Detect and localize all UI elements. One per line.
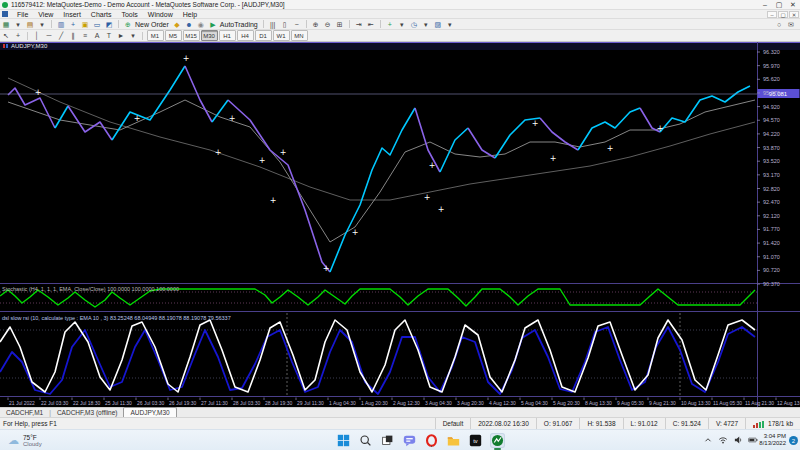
periods-icon-dropdown[interactable]: ▾ bbox=[421, 20, 431, 29]
horizontal-line-icon[interactable]: ─ bbox=[43, 31, 55, 40]
menu-charts[interactable]: Charts bbox=[86, 11, 117, 18]
timeframe-m15[interactable]: M15 bbox=[183, 30, 200, 41]
child-restore-button[interactable]: ▢ bbox=[778, 11, 788, 18]
trendline-icon[interactable]: ╱ bbox=[55, 31, 67, 40]
timeframe-h1[interactable]: H1 bbox=[219, 30, 236, 41]
wifi-icon[interactable] bbox=[718, 435, 728, 445]
text-icon: A bbox=[92, 31, 102, 40]
time-axis-label: 26 Jul 03:30 bbox=[137, 400, 164, 406]
candle-chart-icon[interactable]: ▯ bbox=[279, 20, 291, 29]
timeframe-h4[interactable]: H4 bbox=[237, 30, 254, 41]
zoom-out-icon[interactable]: ⊖ bbox=[322, 20, 334, 29]
new-order-button[interactable]: ⊕New Order bbox=[122, 20, 171, 29]
window-title: 116579412: MetaQuotes-Demo - Demo Accoun… bbox=[11, 1, 285, 8]
timeframe-mn[interactable]: MN bbox=[291, 30, 308, 41]
timeframe-m1[interactable]: M1 bbox=[147, 30, 164, 41]
templates-icon[interactable]: ▨▾ bbox=[432, 20, 456, 29]
time-axis-label: 26 Jul 19:30 bbox=[169, 400, 196, 406]
new-chart-icon[interactable]: ▦▾ bbox=[0, 20, 24, 29]
chart-tab-audjpy-m30[interactable]: AUDJPY,M30 bbox=[123, 407, 176, 417]
close-button[interactable]: ✕ bbox=[786, 0, 800, 9]
cursor-icon[interactable]: ↖ bbox=[0, 31, 12, 40]
vertical-line-icon[interactable]: │ bbox=[31, 31, 43, 40]
indicators-icon-dropdown[interactable]: ▾ bbox=[397, 20, 407, 29]
arrows-icon[interactable]: ►▾ bbox=[115, 31, 139, 40]
auto-scroll-icon[interactable]: ⇥ bbox=[353, 20, 365, 29]
maximize-button[interactable]: ▢ bbox=[772, 0, 786, 9]
navigator-icon[interactable]: ▣ bbox=[79, 20, 91, 29]
chart-tab-cadchf-m1[interactable]: CADCHF,M1 bbox=[0, 408, 49, 417]
opera-taskbar-icon[interactable] bbox=[424, 433, 439, 448]
status-profile: Default bbox=[435, 418, 471, 429]
price-axis-label: 92.820 bbox=[763, 186, 780, 192]
chevron-up-icon[interactable] bbox=[703, 435, 713, 445]
text-icon[interactable]: A bbox=[91, 31, 103, 40]
autotrading-button[interactable]: ▶AutoTrading bbox=[207, 20, 260, 29]
search-taskbar-icon[interactable] bbox=[358, 433, 373, 448]
metatrader-taskbar-icon[interactable] bbox=[490, 433, 505, 448]
profiles-icon-dropdown[interactable]: ▾ bbox=[37, 20, 47, 29]
time-axis-label: 4 Aug 12:30 bbox=[489, 400, 516, 406]
bar-chart-icon[interactable]: ||| bbox=[267, 20, 279, 29]
time-axis-label: 11 Aug 05:30 bbox=[713, 400, 742, 406]
search-icon[interactable]: ○ bbox=[773, 20, 785, 29]
start-taskbar-icon[interactable] bbox=[336, 433, 351, 448]
metaeditor-icon: ◆ bbox=[172, 20, 182, 29]
menu-help[interactable]: Help bbox=[178, 11, 202, 18]
indicators-icon[interactable]: +▾ bbox=[384, 20, 408, 29]
plus-marker: + bbox=[438, 205, 445, 214]
plus-marker: + bbox=[134, 114, 141, 123]
menu-file[interactable]: File bbox=[12, 11, 33, 18]
line-chart-icon[interactable]: ~ bbox=[291, 20, 303, 29]
explorer-taskbar-icon[interactable] bbox=[446, 433, 461, 448]
zoom-in-icon[interactable]: ⊕ bbox=[310, 20, 322, 29]
equidistant-channel-icon[interactable]: ∥ bbox=[67, 31, 79, 40]
timeframe-m30[interactable]: M30 bbox=[201, 30, 218, 41]
weather-condition: Cloudy bbox=[23, 441, 42, 447]
timeframe-m5[interactable]: M5 bbox=[165, 30, 182, 41]
new-order-button-label: New Order bbox=[135, 21, 169, 28]
menu-insert[interactable]: Insert bbox=[58, 11, 86, 18]
chart-shift-icon[interactable]: ⇤ bbox=[365, 20, 377, 29]
menu-view[interactable]: View bbox=[33, 11, 58, 18]
weather-widget[interactable]: ☁ 75°F Cloudy bbox=[8, 434, 158, 447]
svg-text:tv: tv bbox=[473, 438, 478, 444]
fibonacci-icon[interactable]: ≡ bbox=[79, 31, 91, 40]
chat-taskbar-icon[interactable] bbox=[402, 433, 417, 448]
chart-tab-cadchf-m3-offline-[interactable]: CADCHF,M3 (offline) bbox=[51, 408, 124, 417]
templates-icon-dropdown[interactable]: ▾ bbox=[445, 20, 455, 29]
arrows-icon-dropdown[interactable]: ▾ bbox=[128, 31, 138, 40]
experts-icon[interactable]: ☻ bbox=[183, 20, 195, 29]
chart-symbol-label: AUDJPY,M30 bbox=[11, 43, 48, 49]
chart-area[interactable]: AUDJPY,M3095.081+++++++++++++++++Stochas… bbox=[0, 42, 800, 407]
terminal-icon[interactable]: ▭ bbox=[91, 20, 103, 29]
notification-badge[interactable]: 2 bbox=[789, 436, 798, 445]
tile-windows-icon[interactable]: ⊞ bbox=[334, 20, 346, 29]
fibonacci-icon: ≡ bbox=[80, 31, 90, 40]
timeframe-w1[interactable]: W1 bbox=[273, 30, 290, 41]
new-chart-icon-dropdown[interactable]: ▾ bbox=[13, 20, 23, 29]
crosshair-icon[interactable]: + bbox=[12, 31, 24, 40]
chat-icon[interactable]: ✉ bbox=[785, 20, 797, 29]
time-axis-label: 21 Jul 2022 bbox=[9, 400, 35, 406]
tv-taskbar-icon[interactable]: tv bbox=[468, 433, 483, 448]
mql-community-icon[interactable]: ◉ bbox=[195, 20, 207, 29]
menu-window[interactable]: Window bbox=[143, 11, 178, 18]
taskbar-clock[interactable]: 3:04 PM 8/13/2022 bbox=[759, 433, 786, 447]
text-label-icon[interactable]: T bbox=[103, 31, 115, 40]
speaker-icon[interactable] bbox=[733, 435, 743, 445]
market-watch-icon[interactable]: ▥ bbox=[55, 20, 67, 29]
chart-caption-strip bbox=[0, 42, 800, 50]
task-view-taskbar-icon[interactable] bbox=[380, 433, 395, 448]
child-minimize-button[interactable]: – bbox=[767, 11, 777, 18]
menu-tools[interactable]: Tools bbox=[116, 11, 142, 18]
minimize-button[interactable]: – bbox=[758, 0, 772, 9]
strategy-tester-icon[interactable]: ◩ bbox=[103, 20, 115, 29]
battery-icon[interactable] bbox=[748, 435, 758, 445]
metaeditor-icon[interactable]: ◆ bbox=[171, 20, 183, 29]
periods-icon[interactable]: ◷▾ bbox=[408, 20, 432, 29]
data-window-icon[interactable]: + bbox=[67, 20, 79, 29]
child-close-button[interactable]: ✕ bbox=[789, 11, 799, 18]
timeframe-d1[interactable]: D1 bbox=[255, 30, 272, 41]
profiles-icon[interactable]: ▤▾ bbox=[24, 20, 48, 29]
